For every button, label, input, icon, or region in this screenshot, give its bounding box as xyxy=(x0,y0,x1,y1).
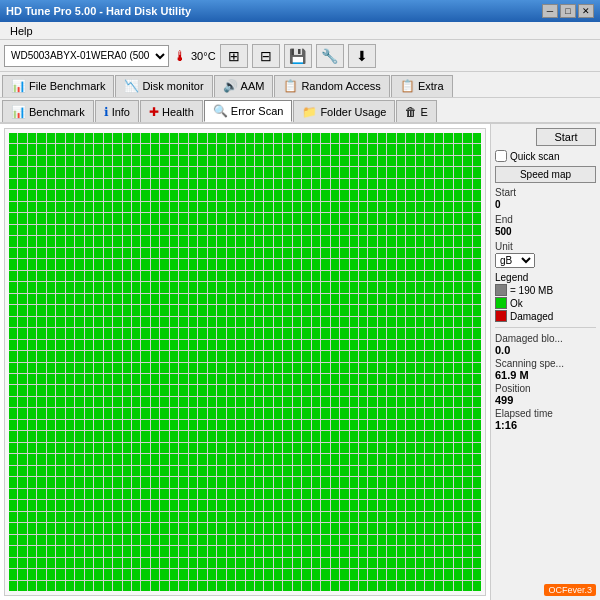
grid-cell xyxy=(236,581,244,591)
grid-cell xyxy=(359,248,367,258)
grid-cell xyxy=(246,144,254,154)
grid-cell xyxy=(85,202,93,212)
minimize-button[interactable]: ─ xyxy=(542,4,558,18)
grid-cell xyxy=(217,328,225,338)
grid-cell xyxy=(293,385,301,395)
grid-cell xyxy=(75,558,83,568)
grid-cell xyxy=(321,305,329,315)
grid-cell xyxy=(66,328,74,338)
start-button[interactable]: Start xyxy=(536,128,596,146)
grid-cell xyxy=(85,236,93,246)
grid-cell xyxy=(170,144,178,154)
grid-cell xyxy=(350,569,358,579)
grid-cell xyxy=(94,259,102,269)
grid-cell xyxy=(473,535,481,545)
unit-select[interactable]: gB xyxy=(495,253,535,268)
grid-cell xyxy=(359,374,367,384)
close-button[interactable]: ✕ xyxy=(578,4,594,18)
grid-cell xyxy=(113,535,121,545)
grid-cell xyxy=(189,500,197,510)
grid-cell xyxy=(425,489,433,499)
grid-cell xyxy=(331,512,339,522)
grid-cell xyxy=(283,558,291,568)
grid-cell xyxy=(321,259,329,269)
tab-folder-usage[interactable]: 📁 Folder Usage xyxy=(293,100,395,122)
grid-cell xyxy=(302,259,310,269)
grid-cell xyxy=(75,546,83,556)
grid-cell xyxy=(293,259,301,269)
grid-cell xyxy=(170,466,178,476)
grid-cell xyxy=(406,271,414,281)
grid-cell xyxy=(9,489,17,499)
grid-cell xyxy=(255,431,263,441)
grid-cell xyxy=(113,443,121,453)
grid-cell xyxy=(340,454,348,464)
grid-cell xyxy=(170,305,178,315)
toolbar-btn-4[interactable]: 🔧 xyxy=(316,44,344,68)
tab-extra[interactable]: 📋 Extra xyxy=(391,75,453,97)
grid-cell xyxy=(321,179,329,189)
grid-cell xyxy=(75,477,83,487)
tab-e[interactable]: 🗑 E xyxy=(396,100,436,122)
tab-health[interactable]: ✚ Health xyxy=(140,100,203,122)
grid-cell xyxy=(350,259,358,269)
grid-cell xyxy=(293,420,301,430)
grid-cell xyxy=(397,363,405,373)
grid-cell xyxy=(47,305,55,315)
grid-cell xyxy=(160,489,168,499)
grid-cell xyxy=(246,523,254,533)
speed-map-button[interactable]: Speed map xyxy=(495,166,596,183)
grid-cell xyxy=(321,236,329,246)
grid-cell xyxy=(312,477,320,487)
health-icon: ✚ xyxy=(149,105,159,119)
drive-selector[interactable]: WD5003ABYX-01WERA0 (500 gB xyxy=(4,45,169,67)
grid-cell xyxy=(378,271,386,281)
grid-cell xyxy=(406,500,414,510)
toolbar-btn-3[interactable]: 💾 xyxy=(284,44,312,68)
grid-cell xyxy=(113,225,121,235)
grid-cell xyxy=(444,317,452,327)
tab-random-access[interactable]: 📋 Random Access xyxy=(274,75,389,97)
grid-cell xyxy=(274,569,282,579)
grid-cell xyxy=(397,477,405,487)
grid-cell xyxy=(321,328,329,338)
help-menu[interactable]: Help xyxy=(4,24,39,38)
window-controls[interactable]: ─ □ ✕ xyxy=(542,4,594,18)
grid-cell xyxy=(378,466,386,476)
grid-cell xyxy=(406,431,414,441)
grid-cell xyxy=(28,144,36,154)
grid-cell xyxy=(56,546,64,556)
tab-disk-monitor[interactable]: 📉 Disk monitor xyxy=(115,75,212,97)
tab-file-benchmark[interactable]: 📊 File Benchmark xyxy=(2,75,114,97)
grid-cell xyxy=(28,385,36,395)
grid-cell xyxy=(246,156,254,166)
quick-scan-checkbox[interactable] xyxy=(495,150,507,162)
tab-info[interactable]: ℹ Info xyxy=(95,100,139,122)
grid-cell xyxy=(246,133,254,143)
grid-cell xyxy=(189,271,197,281)
grid-cell xyxy=(85,225,93,235)
tab-aam[interactable]: 🔊 AAM xyxy=(214,75,274,97)
grid-cell xyxy=(47,317,55,327)
tab-benchmark[interactable]: 📊 Benchmark xyxy=(2,100,94,122)
grid-cell xyxy=(444,167,452,177)
grid-cell xyxy=(397,397,405,407)
grid-cell xyxy=(425,271,433,281)
grid-cell xyxy=(151,500,159,510)
toolbar-btn-1[interactable]: ⊞ xyxy=(220,44,248,68)
toolbar-btn-5[interactable]: ⬇ xyxy=(348,44,376,68)
toolbar-btn-2[interactable]: ⊟ xyxy=(252,44,280,68)
grid-cell xyxy=(473,431,481,441)
grid-cell xyxy=(179,213,187,223)
grid-cell xyxy=(340,500,348,510)
grid-cell xyxy=(255,236,263,246)
maximize-button[interactable]: □ xyxy=(560,4,576,18)
start-info: Start 0 xyxy=(495,187,596,210)
grid-cell xyxy=(141,558,149,568)
grid-cell xyxy=(264,294,272,304)
grid-cell xyxy=(435,213,443,223)
grid-cell xyxy=(56,167,64,177)
grid-cell xyxy=(104,397,112,407)
tab-error-scan[interactable]: 🔍 Error Scan xyxy=(204,100,293,122)
grid-cell xyxy=(141,190,149,200)
